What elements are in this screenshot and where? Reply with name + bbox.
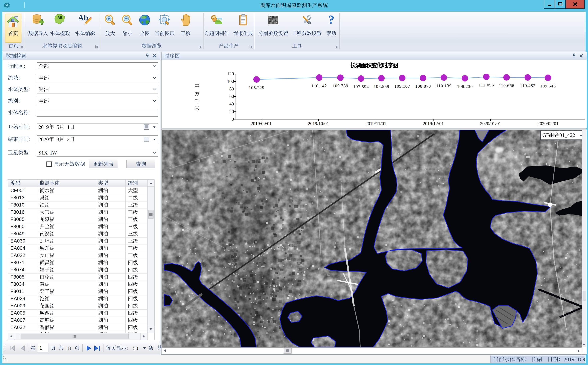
svg-text:?: ?: [328, 14, 334, 26]
svg-text:Ab: Ab: [79, 14, 88, 22]
svg-text:AB: AB: [57, 16, 63, 20]
